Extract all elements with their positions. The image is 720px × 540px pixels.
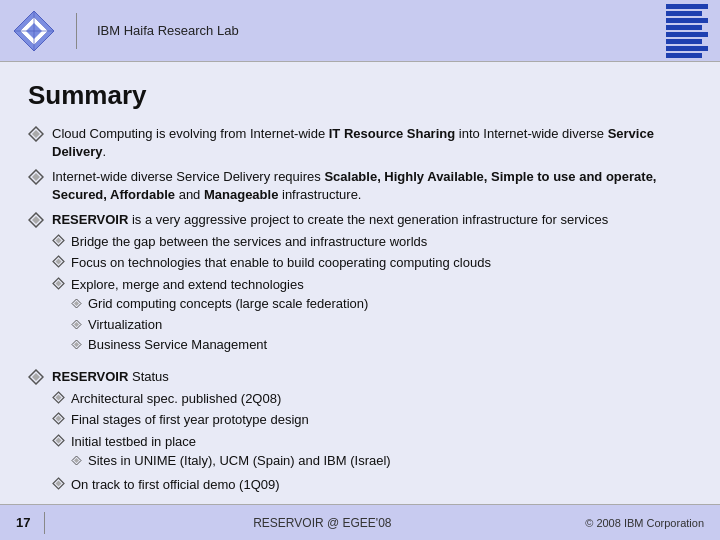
bullet-text-1: Cloud Computing is evolving from Interne… bbox=[52, 125, 692, 160]
bullet-icon-4 bbox=[28, 369, 44, 390]
bullet-icon-1 bbox=[28, 126, 44, 147]
sub-bullet-icon bbox=[52, 234, 65, 252]
sub-bullet-text: On track to first official demo (1Q09) bbox=[71, 476, 280, 494]
list-item: Business Service Management bbox=[71, 336, 368, 355]
sub-bullet-text: Initial testbed in place Sites in UNIME … bbox=[71, 433, 391, 473]
list-item: Virtualization bbox=[71, 316, 368, 335]
bullet-icon-3 bbox=[28, 212, 44, 233]
list-item: Initial testbed in place Sites in UNIME … bbox=[52, 433, 692, 473]
sub-sub-bullet-text: Business Service Management bbox=[88, 336, 267, 354]
sub-bullet-text: Focus on technologies that enable to bui… bbox=[71, 254, 491, 272]
list-item: Explore, merge and extend technologies G… bbox=[52, 276, 692, 357]
sub-bullet-icon bbox=[52, 434, 65, 452]
sub-bullet-text: Final stages of first year prototype des… bbox=[71, 411, 309, 429]
sub-sub-bullet-icon bbox=[71, 453, 82, 471]
list-item: Internet-wide diverse Service Delivery r… bbox=[28, 168, 692, 203]
ibm-logo-right bbox=[666, 4, 708, 58]
sub-list-3: Bridge the gap between the services and … bbox=[52, 233, 692, 357]
list-item: RESERVOIR is a very aggressive project t… bbox=[28, 211, 692, 360]
footer: 17 RESERVOIR @ EGEE'08 © 2008 IBM Corpor… bbox=[0, 504, 720, 540]
bullet-icon-2 bbox=[28, 169, 44, 190]
sub-sub-bullet-icon bbox=[71, 296, 82, 314]
bullet-text-4: RESERVOIR Status Architectural spec. pub… bbox=[52, 368, 692, 497]
ibm-diamond-icon bbox=[12, 9, 56, 53]
list-item: Architectural spec. published (2Q08) bbox=[52, 390, 692, 409]
footer-right-text: © 2008 IBM Corporation bbox=[585, 517, 704, 529]
list-item: Final stages of first year prototype des… bbox=[52, 411, 692, 430]
sub-sub-bullet-icon bbox=[71, 337, 82, 355]
list-item: Grid computing concepts (large scale fed… bbox=[71, 295, 368, 314]
main-content: Summary Cloud Computing is evolving from… bbox=[0, 62, 720, 522]
sub-sub-bullet-text: Virtualization bbox=[88, 316, 162, 334]
ibm-logo-stripes bbox=[666, 4, 708, 58]
sub-bullet-icon bbox=[52, 277, 65, 295]
footer-divider bbox=[44, 512, 45, 534]
sub-list-4: Architectural spec. published (2Q08) Fin… bbox=[52, 390, 692, 495]
bullet-text-2: Internet-wide diverse Service Delivery r… bbox=[52, 168, 692, 203]
sub-sub-bullet-icon bbox=[71, 317, 82, 335]
sub-sub-list: Sites in UNIME (Italy), UCM (Spain) and … bbox=[71, 452, 391, 471]
sub-bullet-text: Bridge the gap between the services and … bbox=[71, 233, 427, 251]
page-title: Summary bbox=[28, 80, 692, 111]
sub-bullet-text: Explore, merge and extend technologies G… bbox=[71, 276, 368, 357]
header: IBM Haifa Research Lab bbox=[0, 0, 720, 62]
header-title: IBM Haifa Research Lab bbox=[97, 23, 239, 38]
header-divider bbox=[76, 13, 77, 49]
list-item: Cloud Computing is evolving from Interne… bbox=[28, 125, 692, 160]
sub-bullet-text: Architectural spec. published (2Q08) bbox=[71, 390, 281, 408]
sub-sub-bullet-text: Grid computing concepts (large scale fed… bbox=[88, 295, 368, 313]
header-left: IBM Haifa Research Lab bbox=[12, 9, 239, 53]
sub-bullet-icon bbox=[52, 412, 65, 430]
list-item: Bridge the gap between the services and … bbox=[52, 233, 692, 252]
footer-page-number: 17 bbox=[16, 515, 30, 530]
bullet-text-3: RESERVOIR is a very aggressive project t… bbox=[52, 211, 692, 360]
sub-bullet-icon bbox=[52, 255, 65, 273]
footer-center-text: RESERVOIR @ EGEE'08 bbox=[59, 516, 585, 530]
list-item: On track to first official demo (1Q09) bbox=[52, 476, 692, 495]
sub-sub-list: Grid computing concepts (large scale fed… bbox=[71, 295, 368, 355]
main-bullet-list: Cloud Computing is evolving from Interne… bbox=[28, 125, 692, 497]
sub-bullet-icon bbox=[52, 477, 65, 495]
sub-bullet-icon bbox=[52, 391, 65, 409]
sub-sub-bullet-text: Sites in UNIME (Italy), UCM (Spain) and … bbox=[88, 452, 391, 470]
list-item: RESERVOIR Status Architectural spec. pub… bbox=[28, 368, 692, 497]
list-item: Focus on technologies that enable to bui… bbox=[52, 254, 692, 273]
list-item: Sites in UNIME (Italy), UCM (Spain) and … bbox=[71, 452, 391, 471]
